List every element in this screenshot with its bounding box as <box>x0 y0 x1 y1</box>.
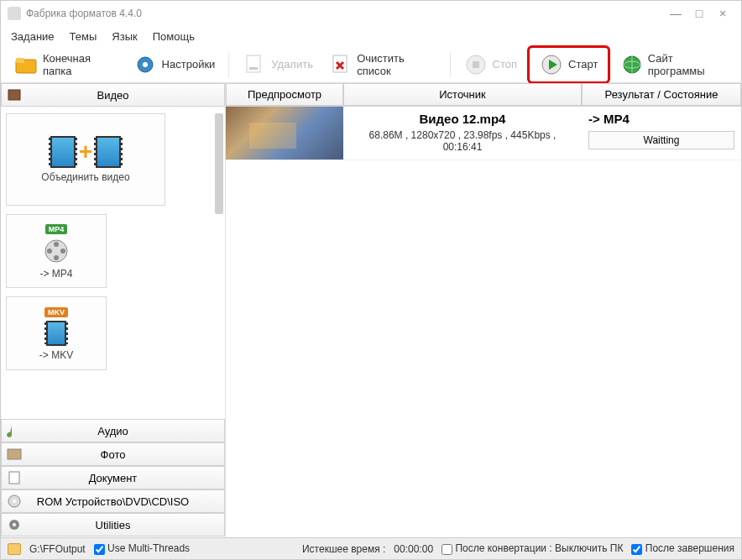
after-convert-checkbox[interactable]: После конвертации : Выключить ПК <box>442 542 623 554</box>
preview-thumbnail <box>226 107 343 160</box>
close-button[interactable]: × <box>711 7 734 20</box>
svg-point-3 <box>143 62 148 67</box>
clear-list-button[interactable]: Очистить список <box>323 49 443 81</box>
format-panel: + Объединить видео MP4 -> MP4 MKV -> MKV <box>1 107 225 419</box>
tile-mp4[interactable]: MP4 -> MP4 <box>6 214 107 288</box>
disc-icon <box>7 494 22 509</box>
film-icon <box>50 136 76 168</box>
menu-help[interactable]: Помощь <box>153 30 195 43</box>
settings-button[interactable]: Настройки <box>127 50 222 80</box>
content-area: Предпросмотр Источник Результат / Состоя… <box>226 83 741 536</box>
folder-icon <box>14 53 38 76</box>
gear-icon <box>133 53 157 76</box>
maximize-button[interactable]: □ <box>687 7 711 20</box>
multi-threads-checkbox[interactable]: Use Multi-Threads <box>94 542 190 554</box>
film-icon <box>7 87 22 102</box>
titlebar: Фабрика форматов 4.4.0 — □ × <box>1 1 741 26</box>
svg-point-23 <box>13 523 16 526</box>
globe-icon <box>620 53 642 76</box>
svg-rect-1 <box>16 58 24 63</box>
mkv-badge-icon: MKV <box>44 307 68 317</box>
category-video[interactable]: Видео <box>1 83 225 107</box>
svg-rect-18 <box>8 449 21 459</box>
statusbar: G:\FFOutput Use Multi-Threads Истекшее в… <box>1 537 741 559</box>
tile-mkv[interactable]: MKV -> MKV <box>6 296 107 370</box>
menu-task[interactable]: Задание <box>11 30 55 43</box>
play-icon <box>540 53 563 76</box>
category-rom[interactable]: ROM Устройство\DVD\CD\ISO <box>1 489 225 513</box>
main-area: Видео + Объединить видео MP4 -> MP4 MKV … <box>1 83 741 536</box>
output-folder-button[interactable]: Конечная папка <box>8 49 123 81</box>
menubar: Задание Темы Язык Помощь <box>1 26 741 46</box>
svg-rect-5 <box>249 67 258 70</box>
svg-point-17 <box>60 249 65 254</box>
film-icon <box>46 321 66 346</box>
tile-merge-video[interactable]: + Объединить видео <box>6 113 165 206</box>
photo-icon <box>7 447 22 462</box>
delete-button[interactable]: Удалить <box>236 50 320 80</box>
col-preview[interactable]: Предпросмотр <box>226 83 343 106</box>
svg-rect-12 <box>8 90 20 100</box>
source-cell: Видео 12.mp4 68.86M , 1280x720 , 23.98fp… <box>343 107 582 160</box>
stop-button[interactable]: Стоп <box>457 50 524 80</box>
menu-themes[interactable]: Темы <box>70 30 97 43</box>
category-utilities[interactable]: Utilities <box>1 513 225 536</box>
window-title: Фабрика форматов 4.4.0 <box>26 8 142 19</box>
svg-point-21 <box>13 500 16 503</box>
col-source[interactable]: Источник <box>343 83 582 106</box>
file-name: Видео 12.mp4 <box>352 112 573 126</box>
col-result[interactable]: Результат / Состояние <box>582 83 741 106</box>
start-button[interactable]: Старт <box>533 50 604 80</box>
category-photo[interactable]: Фото <box>1 442 225 466</box>
page-minus-icon <box>243 53 266 76</box>
elapsed-value: 00:00:00 <box>394 543 433 555</box>
elapsed-label: Истекшее время : <box>302 543 385 555</box>
folder-icon[interactable] <box>8 543 21 555</box>
file-meta: 68.86M , 1280x720 , 23.98fps , 445Kbps ,… <box>352 129 573 153</box>
reel-icon <box>43 238 70 264</box>
sidebar: Видео + Объединить видео MP4 -> MP4 MKV … <box>1 83 226 536</box>
column-headers: Предпросмотр Источник Результат / Состоя… <box>226 83 741 107</box>
svg-point-15 <box>54 255 59 260</box>
stop-icon <box>464 53 488 76</box>
start-highlight: Старт <box>527 45 610 84</box>
svg-rect-19 <box>9 472 19 484</box>
svg-point-16 <box>47 249 52 254</box>
status-badge: Waitting <box>588 131 734 149</box>
category-audio[interactable]: Аудио <box>1 419 225 442</box>
svg-rect-8 <box>473 61 479 68</box>
menu-lang[interactable]: Язык <box>112 30 137 43</box>
gear-icon <box>7 517 22 532</box>
result-cell: -> MP4 Waitting <box>582 107 741 160</box>
film-icon <box>96 136 121 168</box>
mp4-badge-icon: MP4 <box>45 224 68 234</box>
scrollbar-thumb[interactable] <box>215 113 223 214</box>
page-x-icon <box>330 53 352 76</box>
output-path[interactable]: G:\FFOutput <box>29 543 86 555</box>
category-document[interactable]: Документ <box>1 466 225 489</box>
plus-icon: + <box>79 139 92 165</box>
queue-row[interactable]: Видео 12.mp4 68.86M , 1280x720 , 23.98fp… <box>226 107 741 160</box>
doc-icon <box>7 470 22 485</box>
note-icon <box>7 423 22 438</box>
minimize-button[interactable]: — <box>664 7 687 20</box>
after-done-checkbox[interactable]: После завершения <box>631 542 734 554</box>
toolbar: Конечная папка Настройки Удалить Очистит… <box>1 46 741 83</box>
target-format: -> MP4 <box>588 112 734 126</box>
svg-point-14 <box>54 242 59 247</box>
site-button[interactable]: Сайт программы <box>614 49 734 81</box>
app-icon <box>8 7 21 20</box>
